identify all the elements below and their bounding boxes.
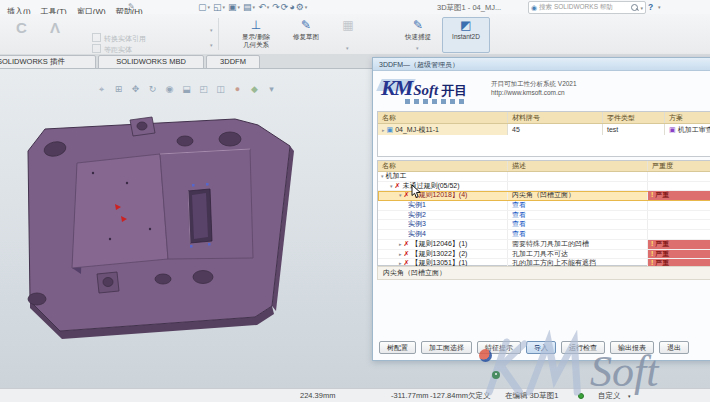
exit-button[interactable]: 退出	[659, 341, 689, 354]
open-icon[interactable]: ◱	[213, 0, 222, 14]
custom-mode-dropdown[interactable]: 自定义	[598, 391, 621, 401]
zoom-fit-icon[interactable]: ⌖	[95, 83, 108, 96]
rule-description: 需要特殊刀具加工的凹槽	[512, 240, 589, 247]
view-link[interactable]: 查看	[512, 220, 526, 227]
grayed-tool-button[interactable]: ▦▾	[330, 17, 366, 53]
col-description: 描述	[508, 161, 648, 171]
quick-snaps-button-icon: ✎	[397, 18, 439, 33]
zoom-area-icon[interactable]: ⊞	[112, 83, 125, 96]
part-name: 04_MJ-模11-1	[395, 126, 439, 133]
view-link[interactable]: 查看	[512, 201, 526, 208]
print-icon[interactable]: ▤	[243, 0, 252, 14]
show-delete-relations-button[interactable]: ⊥显示/删除几何关系	[230, 17, 282, 53]
repair-sketch-button[interactable]: ✎修复草图	[284, 17, 328, 53]
rule-row[interactable]: ▾✗【规则12018】(4)内尖角（凹槽立面）!严重	[378, 191, 710, 201]
trim-entities-icon[interactable]: Ʌ	[50, 19, 60, 36]
view-link[interactable]: 查看	[512, 230, 526, 237]
rule-row[interactable]: ▸✗【规则12046】(1)需要特殊刀具加工的凹槽!严重	[378, 240, 710, 250]
search-icon[interactable]	[631, 4, 638, 11]
export-report-button[interactable]: 输出报表	[610, 341, 654, 354]
heads-up-view-toolbar: ⌖⊞✥↻◉⬓◰◫●◆▾	[95, 83, 278, 96]
tree-expander-icon[interactable]: ▾	[381, 173, 384, 179]
new-icon[interactable]: ▢	[198, 0, 207, 14]
parts-table-header: 名称 材料牌号 零件类型 方案	[378, 112, 710, 124]
part-material: 45	[508, 124, 603, 135]
gray-tool-label: 转换实体引用	[104, 35, 146, 42]
tree-expander-icon[interactable]: ▸	[399, 251, 402, 257]
search-caret-icon[interactable]: ▾	[640, 5, 643, 11]
rule-instance-row[interactable]: 实例1查看	[378, 201, 710, 211]
appearance-icon[interactable]: ◕	[289, 0, 294, 14]
search-box[interactable]: ◉ 搜索 SOLIDWORKS 帮助 ▾	[528, 1, 646, 14]
rule-row[interactable]: ▾✗未通过规则(05/52)	[378, 182, 710, 192]
custom-mode-caret-icon[interactable]: ▾	[628, 393, 631, 399]
tree-expander-icon[interactable]: ▸	[382, 127, 385, 133]
display-style-icon[interactable]: ◫	[214, 83, 227, 96]
quick-snaps-button[interactable]: ✎快速捕捉▾	[396, 17, 440, 53]
gray-tool-icon	[92, 44, 101, 53]
rule-instance-row[interactable]: 实例2查看	[378, 211, 710, 221]
pan-icon[interactable]: ✥	[129, 83, 142, 96]
tree-config-button[interactable]: 树配置	[379, 341, 416, 354]
view-orientation-icon[interactable]: ◰	[197, 83, 210, 96]
tab-solidworks-mbd[interactable]: SOLIDWORKS MBD	[98, 55, 204, 69]
gray-tool-icon	[92, 33, 101, 42]
grayed-tool-button-caret[interactable]: ▾	[346, 45, 349, 51]
run-check-button[interactable]: 运行检查	[561, 341, 605, 354]
tree-expander-icon[interactable]: ▾	[399, 192, 402, 198]
print-icon-caret[interactable]: ▾	[253, 4, 256, 10]
rule-instance-row[interactable]: 实例4查看	[378, 230, 710, 240]
fail-icon: ✗	[404, 191, 410, 198]
rule-instance-row[interactable]: 实例3查看	[378, 220, 710, 230]
options-icon-caret[interactable]: ▾	[305, 4, 308, 10]
machining-face-button[interactable]: 加工面选择	[421, 341, 472, 354]
save-icon[interactable]: ▣	[228, 0, 237, 14]
new-icon-caret[interactable]: ▾	[208, 4, 211, 10]
3d-model[interactable]	[15, 111, 345, 351]
help-caret-icon[interactable]: ▾	[658, 4, 661, 10]
rule-row[interactable]: ▾机加工	[378, 172, 710, 182]
undo-icon-caret[interactable]: ▾	[267, 4, 270, 10]
rule-name: 实例4	[408, 230, 426, 237]
import-button[interactable]: 导入	[526, 341, 556, 354]
edit-appearance-icon[interactable]: ●	[231, 83, 244, 96]
section-view-icon[interactable]: ⬓	[180, 83, 193, 96]
undo-icon[interactable]: ↶	[258, 0, 266, 14]
tab-3ddfm[interactable]: 3DDFM	[206, 55, 260, 69]
sketch-tool-icon[interactable]: C	[16, 19, 27, 36]
help-sphere-icon: ◉	[531, 4, 537, 12]
help-button[interactable]: ?	[648, 2, 653, 12]
command-manager-ribbon: C Ʌ 转换实体引用等距实体镜向实体 ▾ ▾ ⊥显示/删除几何关系✎修复草图▦▾…	[0, 14, 710, 55]
coord-z: -127.84mm	[430, 391, 468, 400]
ribbon-button-label: Instant2D	[443, 33, 489, 41]
overflow-caret-icon[interactable]: ▾	[210, 27, 213, 33]
previous-view-icon[interactable]: ◉	[163, 83, 176, 96]
part-plan[interactable]: 机加工审查	[678, 126, 710, 133]
brand-info: 开目可加工性分析系统 V2021 http://www.kmsoft.com.c…	[491, 79, 577, 97]
options-icon[interactable]: ⚙	[296, 0, 304, 14]
menu-pin-icon[interactable]: ✎	[128, 2, 135, 11]
quick-snaps-button-caret[interactable]: ▾	[416, 45, 419, 51]
ribbon-button-label: 显示/删除	[231, 33, 281, 41]
severity-exclaim-icon: !	[651, 240, 653, 249]
tree-expander-icon[interactable]: ▾	[390, 183, 393, 189]
tree-expander-icon[interactable]: ▸	[399, 241, 402, 247]
rebuild-icon[interactable]: ⟳	[281, 0, 289, 14]
open-icon-caret[interactable]: ▾	[223, 4, 226, 10]
view-settings-caret-icon[interactable]: ▾	[265, 83, 278, 96]
scene-icon[interactable]: ◆	[248, 83, 261, 96]
redo-icon[interactable]: ↷	[272, 0, 280, 14]
rotate-view-icon[interactable]: ↻	[146, 83, 159, 96]
rule-name: 机加工	[386, 172, 407, 179]
overflow-caret-icon[interactable]: ▾	[210, 42, 213, 48]
rule-name: 实例1	[408, 201, 426, 208]
part-row[interactable]: ▸▣04_MJ-模11-1 45 test ▣机加工审查	[378, 124, 710, 135]
save-icon-caret[interactable]: ▾	[238, 4, 241, 10]
dialog-title[interactable]: 3DDFM—（超级管理员）	[373, 58, 710, 71]
search-input[interactable]: 搜索 SOLIDWORKS 帮助	[539, 3, 629, 12]
instant2d-button[interactable]: ◩Instant2D	[442, 17, 490, 53]
tab-solidworks-addins[interactable]: SOLIDWORKS 插件	[0, 55, 96, 69]
rule-row[interactable]: ▸✗【规则13022】(2)孔加工刀具不可达!严重	[378, 250, 710, 260]
rule-name: 实例3	[408, 220, 426, 227]
view-link[interactable]: 查看	[512, 211, 526, 218]
